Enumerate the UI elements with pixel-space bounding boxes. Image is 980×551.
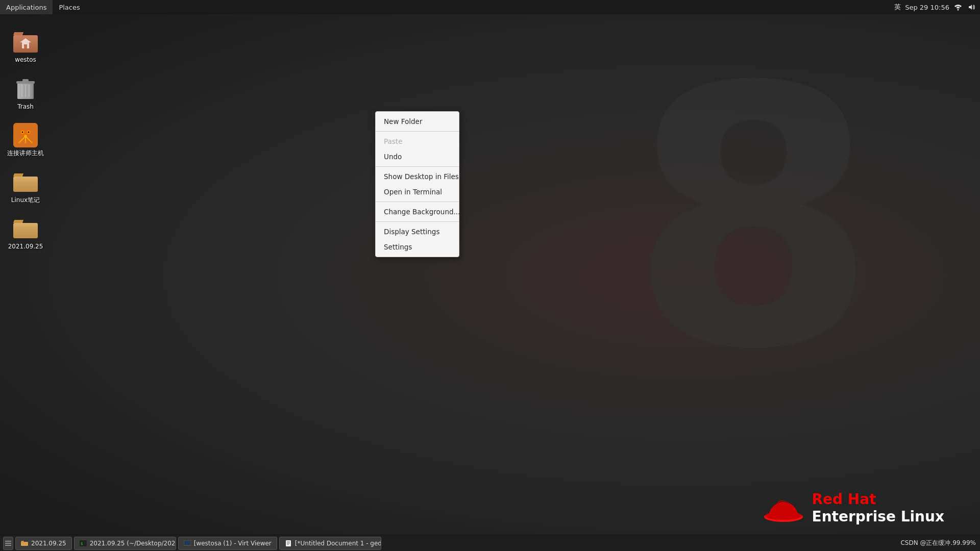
desktop-icons-area: westos [0,20,51,264]
top-panel: Applications Places 英 Sep 29 10:56 [0,0,980,14]
language-indicator[interactable]: 英 [894,3,901,12]
taskbar-right-text: CSDN @正在缓冲.99.99% [900,539,976,547]
connect-label: 连接讲师主机 [7,149,44,158]
svg-point-0 [958,9,959,11]
date-folder-label: 2021.09.25 [8,243,43,251]
connect-icon [13,123,38,147]
taskbar-btn-terminal[interactable]: $ 2021.09.25 (~/Desktop/2021.09.2... [74,537,176,550]
context-menu-display-settings[interactable]: Display Settings [376,224,459,239]
svg-rect-39 [5,545,11,546]
separator-2 [376,166,459,167]
svg-rect-6 [24,44,27,48]
gedit-taskbar-icon [285,540,292,547]
svg-point-19 [22,132,23,133]
westos-icon [13,30,38,54]
taskbar: 2021.09.25 $ 2021.09.25 (~/Desktop/2021.… [0,535,980,551]
taskbar-btn-virt[interactable]: [westosa (1) - Virt Viewer [178,537,277,550]
folder-taskbar-icon [21,540,28,547]
redhat-logo: Red Hat Enterprise Linux [763,490,944,525]
taskbar-btn-terminal-label: 2021.09.25 (~/Desktop/2021.09.2... [90,540,176,547]
desktop-icon-date-folder[interactable]: 2021.09.25 [5,212,46,255]
taskbar-btn-date-folder[interactable]: 2021.09.25 [15,537,72,550]
svg-rect-10 [22,79,29,82]
svg-marker-3 [13,32,23,35]
redhat-line2: Enterprise Linux [812,508,944,525]
context-menu-paste[interactable]: Paste [376,134,459,149]
context-menu-undo[interactable]: Undo [376,149,459,164]
svg-point-24 [24,135,27,138]
svg-marker-28 [13,173,23,177]
separator-4 [376,221,459,222]
svg-rect-37 [5,541,11,542]
panel-left: Applications Places [0,0,86,14]
context-menu-change-bg[interactable]: Change Background... [376,204,459,219]
svg-point-36 [765,512,802,520]
linux-notes-label: Linux笔记 [11,196,40,205]
context-menu-show-desktop[interactable]: Show Desktop in Files [376,169,459,184]
svg-rect-33 [13,223,38,238]
westos-label: westos [15,56,36,64]
show-desktop-button[interactable] [3,537,13,550]
terminal-taskbar-icon: $ [80,540,87,547]
linux-notes-icon [13,170,38,194]
taskbar-left: 2021.09.25 $ 2021.09.25 (~/Desktop/2021.… [0,537,382,550]
background-logo: 8 [629,41,878,398]
datetime-display: Sep 29 10:56 [905,4,949,11]
svg-point-25 [18,141,20,143]
volume-icon[interactable] [967,3,976,12]
applications-menu[interactable]: Applications [0,0,53,14]
taskbar-btn-gedit[interactable]: [*Untitled Document 1 - gedit [279,537,381,550]
context-menu: New Folder Paste Undo Show Desktop in Fi… [375,111,459,257]
separator-1 [376,131,459,132]
svg-point-26 [24,141,27,143]
svg-text:$: $ [81,542,83,546]
svg-marker-40 [21,541,24,542]
svg-point-20 [28,132,30,133]
taskbar-btn-date-folder-label: 2021.09.25 [31,540,66,547]
svg-point-27 [31,141,33,143]
desktop-icon-connect[interactable]: 连接讲师主机 [5,119,46,162]
taskbar-btn-virt-label: [westosa (1) - Virt Viewer [194,540,272,547]
taskbar-right: CSDN @正在缓冲.99.99% [900,539,980,547]
separator-3 [376,202,459,202]
desktop-icon-linux-notes[interactable]: Linux笔记 [5,166,46,209]
svg-rect-38 [5,543,11,544]
trash-icon [13,77,38,101]
virt-taskbar-icon [184,540,191,547]
svg-rect-41 [21,542,28,546]
date-folder-icon [13,216,38,241]
trash-label: Trash [17,103,34,111]
places-menu[interactable]: Places [53,0,86,14]
network-icon[interactable] [953,3,963,12]
svg-marker-31 [13,220,23,223]
desktop[interactable]: 8 Applications Places 英 Sep 29 10:56 [0,0,980,551]
desktop-icon-westos[interactable]: westos [5,26,46,68]
svg-rect-30 [13,177,38,192]
taskbar-btn-gedit-label: [*Untitled Document 1 - gedit [295,540,381,547]
context-menu-open-terminal[interactable]: Open in Terminal [376,184,459,199]
context-menu-settings[interactable]: Settings [376,239,459,255]
desktop-icon-trash[interactable]: Trash [5,72,46,115]
redhat-text: Red Hat Enterprise Linux [812,491,944,525]
svg-rect-45 [185,541,190,544]
panel-right: 英 Sep 29 10:56 [894,3,980,12]
redhat-line1: Red Hat [812,491,944,508]
redhat-hat-icon [763,490,804,525]
context-menu-new-folder[interactable]: New Folder [376,114,459,129]
